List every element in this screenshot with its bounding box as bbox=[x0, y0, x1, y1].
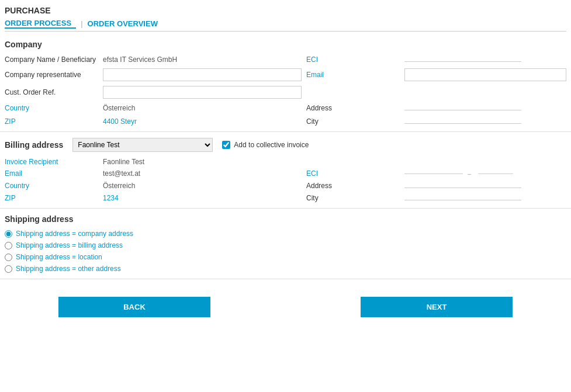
billing-address-select[interactable]: Faonline Test bbox=[72, 138, 213, 152]
shipping-radio-2[interactable] bbox=[5, 254, 12, 261]
billing-zip-label: ZIP bbox=[5, 194, 98, 202]
billing-eci-underline: – bbox=[404, 170, 566, 177]
company-name-label: Company Name / Beneficiary bbox=[5, 55, 98, 64]
collective-invoice-checkbox[interactable] bbox=[222, 141, 230, 149]
invoice-recipient-label: Invoice Recipient bbox=[5, 158, 98, 166]
billing-header-row: Billing address Faonline Test Add to col… bbox=[5, 138, 566, 152]
invoice-recipient-value: Faonline Test bbox=[103, 158, 302, 166]
address-label: Address bbox=[306, 104, 400, 112]
cust-order-ref-input[interactable] bbox=[103, 86, 302, 99]
shipping-option-1: Shipping address = billing address bbox=[5, 241, 566, 249]
company-name-value: efsta IT Services GmbH bbox=[103, 55, 302, 64]
zip-value: 4400 Steyr bbox=[103, 117, 302, 126]
billing-city-underline bbox=[404, 193, 566, 202]
billing-eci-label: ECI bbox=[306, 169, 400, 178]
page-title: PURCHASE bbox=[5, 6, 566, 15]
address-underline bbox=[404, 103, 566, 112]
back-button[interactable]: BACK bbox=[58, 297, 210, 317]
billing-email-label: Email bbox=[5, 169, 98, 178]
shipping-option-2: Shipping address = location bbox=[5, 253, 566, 261]
billing-city-label: City bbox=[306, 194, 400, 202]
shipping-label-2: Shipping address = location bbox=[16, 253, 102, 261]
shipping-radio-3[interactable] bbox=[5, 265, 12, 273]
tab-order-process[interactable]: ORDER PROCESS bbox=[5, 19, 76, 29]
billing-form-grid: Invoice Recipient Faonline Test Email te… bbox=[5, 158, 566, 202]
company-rep-label: Company representative bbox=[5, 71, 98, 79]
nav-divider: | bbox=[81, 19, 82, 28]
country-value: Österreich bbox=[103, 104, 302, 112]
billing-zip-value: 1234 bbox=[103, 194, 302, 202]
shipping-label-1: Shipping address = billing address bbox=[16, 241, 123, 249]
billing-address-label: Address bbox=[306, 182, 400, 190]
shipping-section-title: Shipping address bbox=[5, 214, 566, 224]
tab-order-overview[interactable]: ORDER OVERVIEW bbox=[88, 19, 162, 28]
shipping-label-0: Shipping address = company address bbox=[16, 230, 133, 238]
company-section-title: Company bbox=[5, 40, 566, 49]
country-label: Country bbox=[5, 104, 98, 112]
page-header: PURCHASE ORDER PROCESS | ORDER OVERVIEW bbox=[0, 0, 571, 34]
next-button[interactable]: NEXT bbox=[361, 297, 513, 317]
billing-email-value: test@text.at bbox=[103, 169, 302, 178]
billing-address-underline bbox=[404, 181, 566, 190]
email-input[interactable] bbox=[404, 68, 566, 81]
company-section: Company Company Name / Beneficiary efsta… bbox=[0, 34, 571, 132]
nav-tabs: ORDER PROCESS | ORDER OVERVIEW bbox=[5, 19, 566, 32]
city-underline bbox=[404, 117, 566, 126]
shipping-radio-1[interactable] bbox=[5, 242, 12, 249]
billing-country-value: Österreich bbox=[103, 182, 302, 190]
shipping-label-3: Shipping address = other address bbox=[16, 265, 121, 273]
eci-underline bbox=[404, 55, 566, 64]
shipping-radio-group: Shipping address = company address Shipp… bbox=[5, 230, 566, 273]
collective-invoice-label: Add to collective invoice bbox=[234, 141, 309, 149]
shipping-option-3: Shipping address = other address bbox=[5, 265, 566, 273]
collective-invoice-row: Add to collective invoice bbox=[222, 141, 309, 149]
email-label: Email bbox=[306, 71, 400, 79]
company-rep-input[interactable] bbox=[103, 68, 302, 81]
city-label: City bbox=[306, 117, 400, 126]
billing-country-label: Country bbox=[5, 182, 98, 190]
shipping-radio-0[interactable] bbox=[5, 230, 12, 238]
billing-section-title: Billing address bbox=[5, 140, 63, 150]
shipping-option-0: Shipping address = company address bbox=[5, 230, 566, 238]
bottom-bar: BACK NEXT bbox=[0, 285, 571, 329]
billing-section: Billing address Faonline Test Add to col… bbox=[0, 132, 571, 209]
company-form-grid: Company Name / Beneficiary efsta IT Serv… bbox=[5, 55, 566, 126]
cust-order-ref-label: Cust. Order Ref. bbox=[5, 88, 98, 96]
shipping-section: Shipping address Shipping address = comp… bbox=[0, 209, 571, 279]
zip-label: ZIP bbox=[5, 117, 98, 126]
eci-label: ECI bbox=[306, 55, 400, 64]
